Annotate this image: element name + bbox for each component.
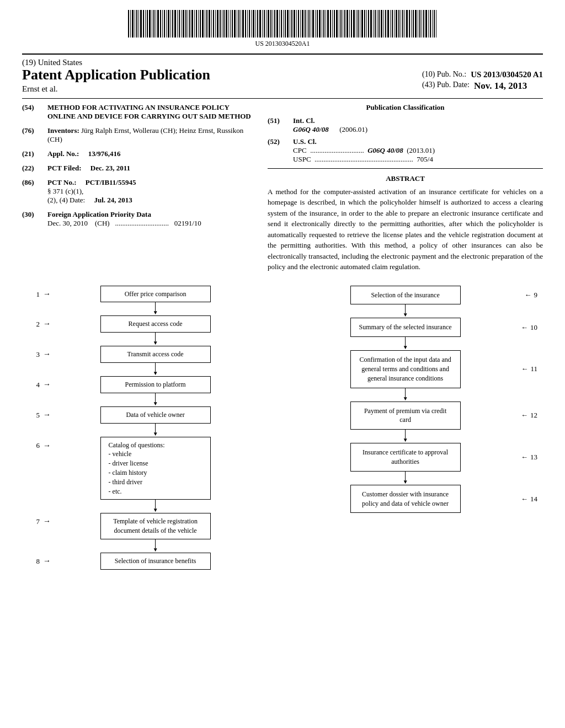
svg-rect-113 <box>366 10 367 38</box>
flow-arrow-12: ▼ <box>403 437 408 443</box>
svg-rect-91 <box>319 10 321 38</box>
svg-rect-53 <box>238 10 239 38</box>
field-52-uspc-label: USPC <box>293 155 311 163</box>
flow-step-10-left-arrow: ← <box>521 323 528 332</box>
field-86-num: (86) <box>22 178 43 205</box>
svg-rect-6 <box>138 10 139 38</box>
svg-rect-28 <box>185 10 186 38</box>
flow-step-14-row: Customer dossier with insurance policy a… <box>268 485 543 513</box>
page: US 20130304520A1 (19) United States Pate… <box>0 0 565 592</box>
pub-number-line: US 20130304520A1 <box>22 40 543 48</box>
flow-arrow-5: ▼ <box>153 431 158 437</box>
svg-rect-107 <box>353 10 355 38</box>
flow-step-5-container: 5 → Data of vehicle owner ▼ <box>28 406 257 437</box>
flow-step-11-box: Confirmation of the input data and gener… <box>350 350 461 388</box>
field-51-year: (2006.01) <box>339 125 367 133</box>
flow-step-5-wrap: Data of vehicle owner ▼ <box>54 406 257 437</box>
svg-rect-83 <box>302 10 303 38</box>
field-86-value: PCT/IB11/55945 <box>86 178 136 186</box>
flow-arrow-6: ▼ <box>153 507 158 513</box>
svg-rect-16 <box>160 10 161 38</box>
flow-step-3-wrap: Transmit access code ▼ <box>54 346 257 376</box>
inventors-line: Ernst et al. <box>22 84 210 94</box>
svg-rect-73 <box>281 10 282 38</box>
field-22-content: PCT Filed: Dec. 23, 2011 <box>47 164 257 173</box>
pub-no-value: US 2013/0304520 A1 <box>471 70 543 79</box>
field-52-row: (52) U.S. Cl. CPC ......................… <box>268 137 543 164</box>
header-left: (19) United States Patent Application Pu… <box>22 58 210 94</box>
svg-rect-22 <box>172 10 173 38</box>
flow-step-10-label: ← 10 <box>521 323 537 332</box>
svg-rect-127 <box>396 10 397 38</box>
svg-rect-128 <box>398 10 399 38</box>
svg-rect-64 <box>262 10 263 38</box>
svg-rect-92 <box>322 10 322 38</box>
svg-rect-76 <box>287 10 289 38</box>
field-30-value: 02191/10 <box>174 219 201 227</box>
svg-rect-140 <box>423 10 424 38</box>
barcode-image <box>117 10 448 38</box>
flow-step-1-wrap: Offer price comparison ▼ <box>54 286 257 316</box>
svg-rect-52 <box>237 10 237 38</box>
field-21-num: (21) <box>22 149 43 158</box>
flow-step-12-num: 12 <box>530 411 537 420</box>
flow-step-11-container: Confirmation of the input data and gener… <box>268 350 543 401</box>
field-76-label: Inventors: <box>47 126 79 135</box>
flow-step-8-box: Selection of insurance benefits <box>100 553 211 570</box>
svg-rect-115 <box>370 10 372 38</box>
svg-rect-78 <box>291 10 292 38</box>
flow-step-1-num: 1 <box>28 286 40 299</box>
flow-step-6-container: 6 → Catalog of questions:- vehicle- driv… <box>28 437 257 513</box>
flow-step-11-left-arrow: ← <box>521 365 528 373</box>
svg-rect-30 <box>189 10 190 38</box>
svg-rect-131 <box>404 10 405 38</box>
field-21-content: Appl. No.: 13/976,416 <box>47 149 257 158</box>
svg-rect-129 <box>401 10 401 38</box>
svg-rect-66 <box>266 10 266 38</box>
svg-rect-122 <box>385 10 386 38</box>
flow-step-9-row: Selection of the insurance ← 9 <box>268 286 543 305</box>
svg-rect-36 <box>202 10 204 38</box>
flow-step-4-box: Permission to platform <box>100 376 211 393</box>
flow-step-14-label: ← 14 <box>521 495 537 504</box>
svg-rect-48 <box>228 10 229 38</box>
field-51-content: Int. Cl. G06Q 40/08 (2006.01) <box>293 116 543 134</box>
flow-step-5-box: Data of vehicle owner <box>100 406 211 424</box>
svg-rect-85 <box>307 10 307 38</box>
svg-rect-104 <box>347 10 348 38</box>
flow-step-4-container: 4 → Permission to platform ▼ <box>28 376 257 406</box>
flow-step-7-container: 7 → Template of vehicle registration doc… <box>28 513 257 553</box>
svg-rect-17 <box>162 10 163 38</box>
svg-rect-101 <box>340 10 342 38</box>
svg-rect-5 <box>136 10 137 38</box>
svg-rect-125 <box>392 10 393 38</box>
field-21-label: Appl. No.: <box>47 149 79 158</box>
svg-rect-1 <box>128 10 129 38</box>
flow-step-10-num: 10 <box>530 323 537 332</box>
svg-rect-3 <box>132 10 134 38</box>
svg-rect-39 <box>209 10 210 38</box>
flow-arrow-7: ▼ <box>153 547 158 553</box>
abstract-divider <box>268 168 543 169</box>
field-76-num: (76) <box>22 126 43 144</box>
field-52-cpc-label: CPC <box>293 146 307 154</box>
abstract-text: A method for the computer-assisted activ… <box>268 186 543 272</box>
field-51-label: Int. Cl. <box>293 116 315 125</box>
svg-rect-90 <box>317 10 318 38</box>
field-52-cpc-value: G06Q 40/08 <box>367 146 403 154</box>
svg-rect-100 <box>339 10 339 38</box>
svg-rect-21 <box>170 10 171 38</box>
flow-step-1-box: Offer price comparison <box>100 286 211 303</box>
svg-rect-35 <box>200 10 201 38</box>
flow-arrow-4: ▼ <box>153 400 158 406</box>
svg-rect-60 <box>253 10 254 38</box>
svg-rect-44 <box>220 10 221 38</box>
body-section: (54) METHOD FOR ACTIVATING AN INSURANCE … <box>22 103 543 272</box>
svg-rect-99 <box>336 10 338 38</box>
svg-rect-82 <box>300 10 301 38</box>
right-column: Publication Classification (51) Int. Cl.… <box>268 103 543 272</box>
flow-step-10-box: Summary of the selected insurance <box>350 318 461 337</box>
svg-rect-25 <box>179 10 180 38</box>
flow-step-9-label: ← 9 <box>525 291 538 299</box>
svg-rect-2 <box>130 10 131 38</box>
